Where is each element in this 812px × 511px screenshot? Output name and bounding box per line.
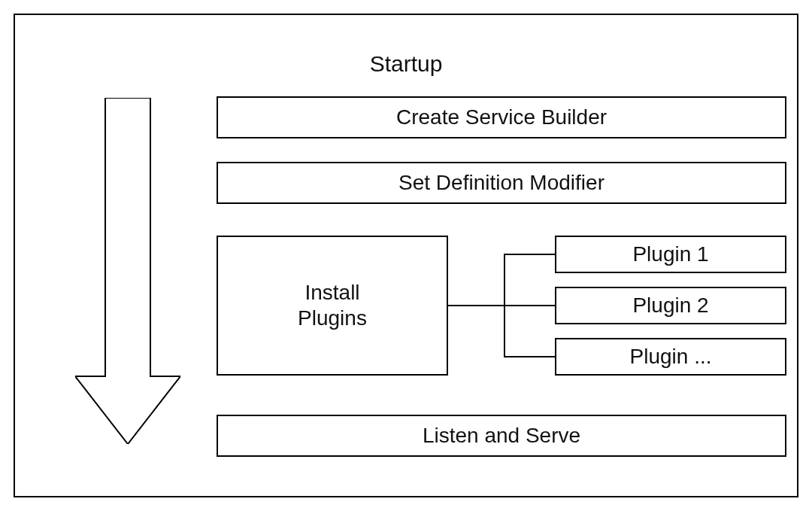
plugin-box-1: Plugin 1 [555,236,786,273]
connector-line [448,305,505,306]
step-create-service-builder: Create Service Builder [217,96,786,138]
svg-marker-0 [75,98,180,444]
step-label: Set Definition Modifier [398,170,604,196]
plugin-label: Plugin 2 [632,293,708,318]
connector-line [504,305,555,306]
plugin-box-more: Plugin ... [555,338,786,376]
plugin-label: Plugin ... [630,344,712,370]
plugin-label: Plugin 1 [632,242,708,267]
step-set-definition-modifier: Set Definition Modifier [217,162,786,204]
plugin-box-2: Plugin 2 [555,287,786,324]
flow-arrow-down-icon [75,98,180,444]
step-label: Listen and Serve [423,423,580,449]
diagram-title: Startup [15,51,797,77]
diagram-frame: Startup Create Service Builder Set Defin… [14,14,798,497]
step-listen-and-serve: Listen and Serve [217,415,786,457]
step-label: Install Plugins [298,280,367,330]
connector-line [504,254,555,255]
step-label: Create Service Builder [396,105,607,130]
step-install-plugins: Install Plugins [217,236,448,376]
connector-line [504,356,555,357]
